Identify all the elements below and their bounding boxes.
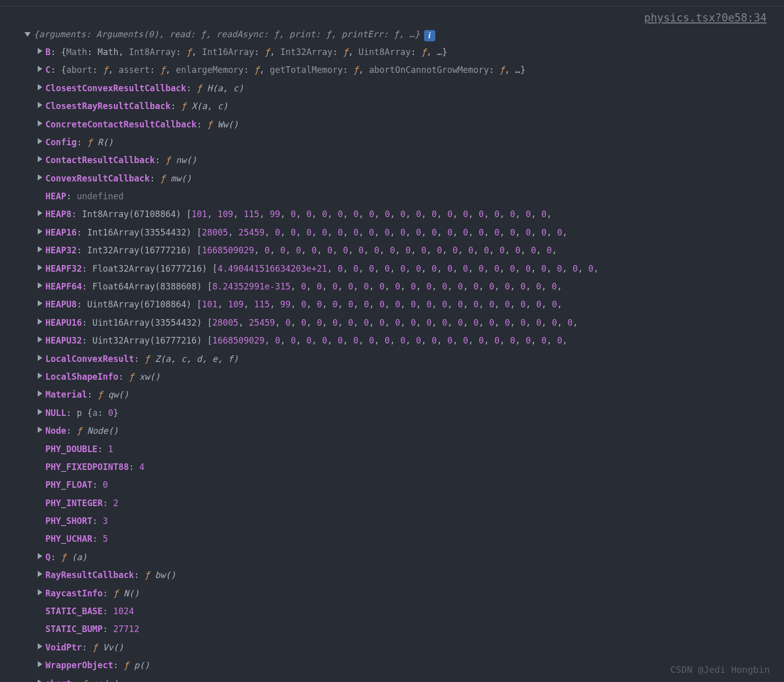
disclosure-triangle-icon[interactable] [38, 66, 42, 72]
function-signature: nw() [176, 155, 197, 165]
property-row[interactable]: ConvexResultCallback: ƒ mw() [24, 172, 784, 190]
array-type: Float32Array(16777216) [92, 264, 207, 274]
property-row[interactable]: Config: ƒ R() [24, 136, 784, 153]
disclosure-triangle-icon[interactable] [38, 427, 42, 433]
property-key: HEAP [45, 191, 66, 201]
property-row[interactable]: VoidPtr: ƒ Vv() [24, 641, 784, 659]
property-key: C [45, 65, 50, 75]
function-signature: bw() [155, 570, 176, 580]
function-marker: ƒ [165, 155, 170, 165]
property-key: LocalConvexResult [45, 354, 134, 364]
array-type: Float64Array(8388608) [92, 281, 202, 292]
disclosure-triangle-icon[interactable] [38, 390, 42, 397]
property-row[interactable]: LocalShapeInfo: ƒ xw() [24, 370, 784, 388]
disclosure-triangle-icon[interactable] [38, 246, 42, 252]
disclosure-triangle-icon[interactable] [38, 138, 42, 144]
disclosure-triangle-icon[interactable] [38, 661, 42, 667]
property-row[interactable]: abort: ƒ sa(a) [24, 677, 784, 682]
disclosure-triangle-icon[interactable] [24, 32, 31, 37]
disclosure-triangle-icon[interactable] [38, 679, 42, 682]
property-row[interactable]: B: {Math: Math, Int8Array: ƒ, Int16Array… [24, 45, 784, 63]
property-key: ClosestRayResultCallback [45, 101, 171, 111]
disclosure-triangle-icon[interactable] [38, 282, 42, 288]
property-row[interactable]: HEAP: undefined [24, 190, 784, 207]
disclosure-triangle-icon[interactable] [38, 373, 42, 379]
function-signature: (a) [71, 552, 87, 562]
top-bar [0, 0, 784, 7]
disclosure-triangle-icon[interactable] [38, 102, 42, 108]
property-row[interactable]: RayResultCallback: ƒ bw() [24, 568, 784, 586]
property-value: undefined [76, 191, 123, 201]
disclosure-triangle-icon[interactable] [38, 210, 42, 216]
disclosure-triangle-icon[interactable] [38, 265, 42, 271]
disclosure-triangle-icon[interactable] [38, 589, 42, 595]
property-row[interactable]: HEAP16: Int16Array(33554432) [28005, 254… [24, 226, 784, 244]
disclosure-triangle-icon[interactable] [38, 319, 42, 325]
property-value: 0 [103, 480, 108, 490]
disclosure-triangle-icon[interactable] [38, 300, 42, 306]
function-marker: ƒ [124, 660, 129, 670]
property-row[interactable]: LocalConvexResult: ƒ Z(a, c, d, e, f) [24, 352, 784, 370]
property-row[interactable]: HEAPU32: Uint32Array(16777216) [16685090… [24, 334, 784, 352]
property-row[interactable]: Material: ƒ qw() [24, 388, 784, 406]
property-row[interactable]: C: {abort: ƒ, assert: ƒ, enlargeMemory: … [24, 63, 784, 81]
disclosure-triangle-icon[interactable] [38, 228, 42, 234]
function-signature: xw() [139, 372, 160, 382]
property-row[interactable]: ClosestRayResultCallback: ƒ X(a, c) [24, 99, 784, 117]
property-row[interactable]: Q: ƒ (a) [24, 550, 784, 568]
property-row[interactable]: NULL: p {a: 0} [24, 406, 784, 424]
property-value: 4 [139, 462, 144, 472]
function-marker: ƒ [92, 642, 97, 652]
function-marker: ƒ [207, 119, 212, 129]
disclosure-triangle-icon[interactable] [38, 553, 42, 559]
function-signature: mw() [171, 173, 192, 183]
property-row[interactable]: HEAP8: Int8Array(67108864) [101, 109, 11… [24, 207, 784, 225]
tree-root[interactable]: {arguments: Arguments(0), read: ƒ, readA… [24, 28, 784, 45]
array-type: Uint32Array(16777216) [92, 335, 202, 346]
property-row[interactable]: PHY_INTEGER: 2 [24, 496, 784, 514]
property-row[interactable]: STATIC_BUMP: 27712 [24, 622, 784, 640]
disclosure-triangle-icon[interactable] [38, 84, 42, 90]
property-row[interactable]: PHY_SHORT: 3 [24, 514, 784, 532]
property-row[interactable]: HEAPU8: Uint8Array(67108864) [101, 109, … [24, 298, 784, 316]
disclosure-triangle-icon[interactable] [38, 571, 42, 577]
disclosure-triangle-icon[interactable] [38, 336, 42, 343]
property-row[interactable]: ContactResultCallback: ƒ nw() [24, 153, 784, 171]
property-row[interactable]: HEAPU16: Uint16Array(33554432) [28005, 2… [24, 316, 784, 334]
property-key: PHY_FIXEDPOINT88 [45, 462, 129, 472]
disclosure-triangle-icon[interactable] [38, 120, 42, 126]
function-signature: sa(a) [92, 678, 118, 682]
disclosure-triangle-icon[interactable] [38, 409, 42, 415]
property-row[interactable]: HEAPF64: Float64Array(8388608) [8.243529… [24, 280, 784, 298]
function-marker: ƒ [181, 101, 186, 111]
function-signature: Vv() [103, 642, 124, 652]
disclosure-triangle-icon[interactable] [38, 643, 42, 649]
property-key: Q [45, 552, 50, 562]
info-icon[interactable]: i [424, 30, 435, 41]
property-row[interactable]: PHY_FIXEDPOINT88: 4 [24, 460, 784, 478]
disclosure-triangle-icon[interactable] [38, 156, 42, 162]
watermark: CSDN @Jedi Hongbin [670, 663, 770, 677]
property-row[interactable]: Node: ƒ Node() [24, 424, 784, 442]
property-row[interactable]: ClosestConvexResultCallback: ƒ H(a, c) [24, 82, 784, 99]
property-row[interactable]: HEAP32: Int32Array(16777216) [1668509029… [24, 244, 784, 261]
object-tree: {arguments: Arguments(0), read: ƒ, readA… [0, 27, 784, 682]
property-row[interactable]: STATIC_BASE: 1024 [24, 605, 784, 622]
disclosure-triangle-icon[interactable] [38, 48, 42, 54]
property-value: 5 [103, 534, 108, 544]
property-row[interactable]: RaycastInfo: ƒ N() [24, 587, 784, 605]
property-key: HEAP32 [45, 245, 76, 255]
property-row[interactable]: ConcreteContactResultCallback: ƒ Ww() [24, 118, 784, 136]
function-marker: ƒ [87, 137, 92, 147]
disclosure-triangle-icon[interactable] [38, 174, 42, 180]
function-marker: ƒ [61, 552, 66, 562]
property-row[interactable]: HEAPF32: Float32Array(16777216) [4.49044… [24, 262, 784, 280]
property-key: B [45, 47, 50, 57]
disclosure-triangle-icon[interactable] [38, 355, 42, 361]
property-row[interactable]: PHY_UCHAR: 5 [24, 532, 784, 550]
property-row[interactable]: PHY_DOUBLE: 1 [24, 442, 784, 460]
source-link[interactable]: physics.tsx?0e58:34 [0, 10, 784, 27]
property-value: 2 [113, 498, 118, 508]
property-row[interactable]: PHY_FLOAT: 0 [24, 478, 784, 496]
function-signature: Node() [87, 426, 118, 436]
